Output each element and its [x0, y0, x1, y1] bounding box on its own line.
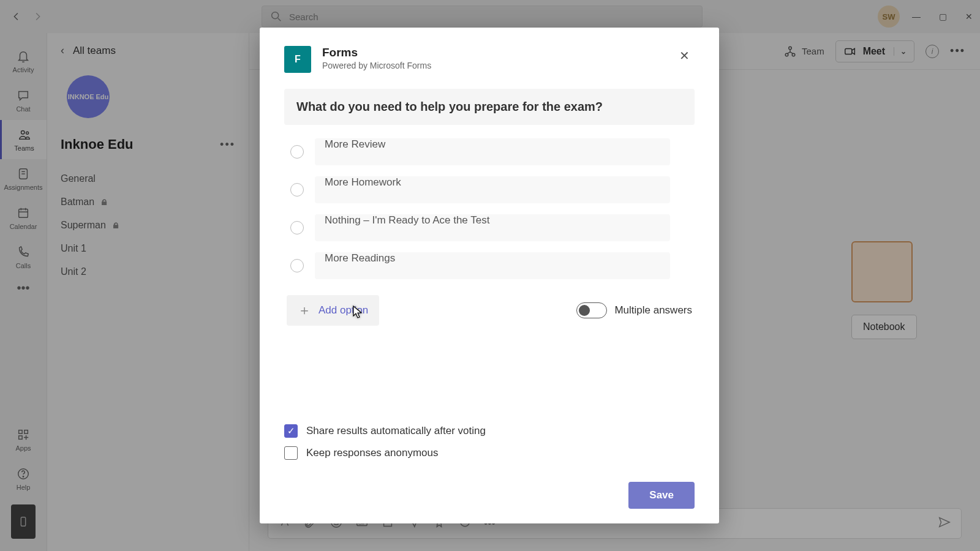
radio-icon	[290, 183, 304, 197]
app-shell: Search SW — ▢ ✕ Activity Chat T	[0, 0, 980, 551]
option-row: More Review	[284, 138, 695, 165]
toggle-knob	[579, 305, 590, 316]
save-button[interactable]: Save	[628, 482, 695, 509]
forms-logo-icon: F	[284, 46, 311, 73]
radio-icon	[290, 259, 304, 272]
modal-close-button[interactable]: ✕	[674, 46, 695, 66]
option-row: More Readings	[284, 252, 695, 279]
add-option-button[interactable]: ＋ Add option	[287, 295, 379, 326]
share-results-checkbox[interactable]: ✓	[284, 424, 298, 438]
option-input-4[interactable]: More Readings	[315, 252, 670, 279]
anonymous-label: Keep responses anonymous	[306, 447, 438, 459]
share-results-label: Share results automatically after voting	[306, 425, 486, 437]
option-row: Nothing – I'm Ready to Ace the Test	[284, 214, 695, 241]
option-input-1[interactable]: More Review	[315, 138, 670, 165]
forms-modal: F Forms Powered by Microsoft Forms ✕ Wha…	[260, 28, 719, 523]
option-input-2[interactable]: More Homework	[315, 176, 670, 203]
modal-subtitle: Powered by Microsoft Forms	[322, 61, 674, 70]
multiple-answers-toggle[interactable]	[576, 302, 607, 318]
modal-title: Forms	[322, 46, 674, 59]
anonymous-checkbox[interactable]	[284, 446, 298, 460]
option-input-3[interactable]: Nothing – I'm Ready to Ace the Test	[315, 214, 670, 241]
multiple-answers-label: Multiple answers	[614, 304, 692, 317]
radio-icon	[290, 145, 304, 159]
option-row: More Homework	[284, 176, 695, 203]
radio-icon	[290, 221, 304, 234]
question-input[interactable]: What do you need to help you prepare for…	[284, 89, 695, 125]
plus-icon: ＋	[298, 301, 311, 320]
